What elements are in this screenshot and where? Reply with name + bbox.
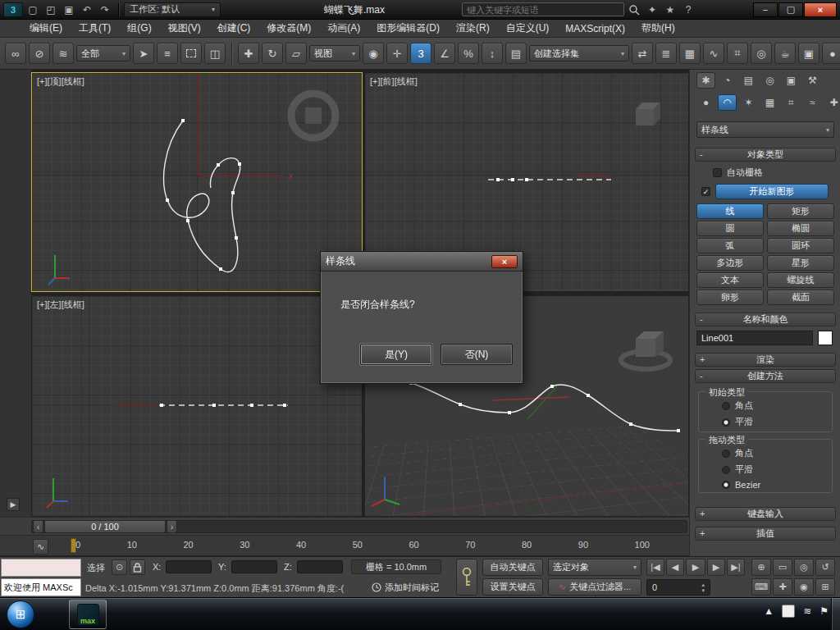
sign-in-icon[interactable]: ✦ bbox=[644, 2, 660, 17]
viewcube[interactable] bbox=[305, 107, 322, 124]
subtab-shapes[interactable]: ◠ bbox=[718, 94, 737, 111]
mirror-icon[interactable]: ⇄ bbox=[632, 43, 653, 64]
button-arc[interactable]: 弧 bbox=[696, 238, 764, 253]
menu-help[interactable]: 帮助(H) bbox=[633, 19, 683, 38]
selected-filter-dropdown[interactable]: 选定对象 ▾ bbox=[548, 559, 641, 576]
subtab-systems[interactable]: ✚ bbox=[824, 94, 840, 111]
auto-key-button[interactable]: 自动关键点 bbox=[482, 559, 543, 576]
start-button[interactable]: ⊞ bbox=[7, 600, 34, 628]
object-name-field[interactable]: Line001 bbox=[696, 331, 813, 345]
show-desktop-button[interactable] bbox=[831, 598, 840, 630]
tab-modify[interactable]: ◔ bbox=[718, 72, 737, 89]
button-ngon[interactable]: 多边形 bbox=[696, 255, 764, 271]
menu-graph-editors[interactable]: 图形编辑器(D) bbox=[368, 19, 448, 38]
previous-frame-arrow[interactable]: ‹ bbox=[33, 520, 43, 533]
save-file-icon[interactable]: ▣ bbox=[61, 2, 77, 17]
menu-rendering[interactable]: 渲染(R) bbox=[448, 19, 498, 38]
undo-icon[interactable]: ↶ bbox=[79, 2, 95, 17]
menu-modifiers[interactable]: 修改器(M) bbox=[258, 19, 319, 38]
rendered-frame-icon[interactable]: ▣ bbox=[798, 43, 819, 64]
spinner-snap-icon[interactable]: ↕ bbox=[482, 43, 503, 64]
pan-icon[interactable]: ✚ bbox=[773, 578, 792, 596]
scale-icon[interactable]: ▱ bbox=[285, 43, 307, 64]
layer-manager-icon[interactable]: ▦ bbox=[679, 43, 701, 64]
rollout-name-color[interactable]: - 名称和颜色 bbox=[695, 313, 836, 326]
select-and-link-icon[interactable]: ∞ bbox=[5, 43, 26, 64]
menu-edit[interactable]: 编辑(E) bbox=[21, 19, 71, 38]
named-selection-sets-dropdown[interactable]: 创建选择集 ▾ bbox=[529, 45, 629, 62]
tray-expand-icon[interactable]: ▲ bbox=[764, 605, 774, 617]
bind-to-spacewarp-icon[interactable]: ≋ bbox=[52, 43, 74, 64]
window-crossing-icon[interactable]: ◫ bbox=[204, 43, 226, 64]
object-color-swatch[interactable] bbox=[818, 331, 833, 345]
zoom-region-icon[interactable]: ▭ bbox=[773, 559, 792, 576]
set-key-button[interactable]: 设置关键点 bbox=[482, 578, 543, 596]
next-frame-arrow[interactable]: › bbox=[167, 520, 177, 533]
button-ellipse[interactable]: 椭圆 bbox=[767, 221, 834, 236]
rollout-rendering[interactable]: + 渲染 bbox=[695, 353, 836, 367]
zoom-icon[interactable]: ⊕ bbox=[751, 559, 771, 576]
start-new-shape-button[interactable]: 开始新图形 bbox=[715, 184, 829, 199]
spinner-icon[interactable]: ▴▾ bbox=[701, 582, 705, 593]
edit-named-selections-icon[interactable]: ▤ bbox=[505, 43, 527, 64]
menu-tools[interactable]: 工具(T) bbox=[71, 19, 119, 38]
rotate-icon[interactable]: ↻ bbox=[262, 43, 283, 64]
percent-snap-icon[interactable]: % bbox=[458, 43, 479, 64]
viewport-left-label[interactable]: [+][左][线框] bbox=[37, 299, 84, 311]
menu-create[interactable]: 创建(C) bbox=[209, 19, 259, 38]
go-to-start-icon[interactable]: |◀ bbox=[646, 559, 664, 576]
language-indicator-icon[interactable] bbox=[782, 605, 795, 618]
maxscript-mini-listener-top[interactable] bbox=[1, 559, 81, 577]
z-coordinate-field[interactable] bbox=[297, 560, 343, 573]
time-slider[interactable]: ‹ 0 / 100 › bbox=[0, 517, 689, 535]
button-line[interactable]: 线 bbox=[696, 203, 764, 219]
start-new-shape-checkbox[interactable]: ✓ bbox=[701, 187, 710, 196]
search-icon[interactable] bbox=[626, 2, 642, 17]
snap-3d-icon[interactable]: 3 bbox=[410, 43, 431, 64]
radio-drag-bezier[interactable]: Bezier bbox=[722, 480, 832, 490]
selection-filter-dropdown[interactable]: 全部 ▾ bbox=[76, 45, 130, 62]
radio-initial-smooth[interactable]: 平滑 bbox=[722, 416, 832, 428]
radio-initial-corner[interactable]: 角点 bbox=[722, 399, 832, 412]
radio-drag-smooth[interactable]: 平滑 bbox=[722, 463, 832, 476]
orbit-icon[interactable]: ↺ bbox=[815, 559, 835, 576]
keyboard-shortcut-icon[interactable]: ⌨ bbox=[751, 578, 771, 596]
menu-maxscript[interactable]: MAXScript(X) bbox=[557, 21, 633, 37]
menu-group[interactable]: 组(G) bbox=[119, 19, 159, 38]
material-editor-icon[interactable]: ◎ bbox=[751, 43, 772, 64]
render-setup-icon[interactable]: ☕ bbox=[774, 43, 796, 64]
viewport-left[interactable]: [+][左][线框] bbox=[31, 295, 363, 517]
curve-editor-icon[interactable]: ∿ bbox=[703, 43, 724, 64]
maximize-button[interactable]: ▢ bbox=[778, 2, 803, 17]
rollout-creation-method[interactable]: - 创建方法 bbox=[695, 369, 836, 383]
search-input[interactable] bbox=[462, 2, 624, 16]
workspace-dropdown[interactable]: 工作区: 默认 ▾ bbox=[124, 2, 221, 17]
dialog-close-icon[interactable]: × bbox=[491, 255, 518, 268]
render-production-icon[interactable]: ● bbox=[822, 43, 840, 64]
viewport-top-label[interactable]: [+][顶][线框] bbox=[37, 75, 84, 88]
next-frame-icon[interactable]: ▶ bbox=[707, 559, 725, 576]
new-file-icon[interactable]: ▢ bbox=[25, 2, 41, 17]
tab-display[interactable]: ▣ bbox=[782, 72, 801, 89]
viewcube[interactable] bbox=[636, 103, 660, 126]
zoom-extents-icon[interactable]: ◎ bbox=[794, 559, 814, 576]
button-circle[interactable]: 圆 bbox=[696, 221, 764, 236]
current-frame-field[interactable]: 0 ▴▾ bbox=[646, 579, 710, 596]
button-egg[interactable]: 卵形 bbox=[696, 290, 764, 305]
subtab-cameras[interactable]: ▦ bbox=[760, 94, 779, 111]
go-to-end-icon[interactable]: ▶| bbox=[727, 559, 745, 576]
dialog-titlebar[interactable]: 样条线 × bbox=[321, 252, 523, 272]
add-time-tag[interactable]: 添加时间标记 bbox=[359, 579, 451, 596]
isolate-selection-icon[interactable]: ⊙ bbox=[112, 559, 127, 575]
shape-category-dropdown[interactable]: 样条线 ▾ bbox=[696, 121, 834, 138]
tab-motion[interactable]: ◎ bbox=[760, 72, 779, 89]
maxscript-mini-listener-bottom[interactable]: 欢迎使用 MAXSc bbox=[1, 578, 81, 596]
tab-utilities[interactable]: ⚒ bbox=[803, 72, 822, 89]
close-button[interactable]: × bbox=[804, 2, 837, 17]
redo-icon[interactable]: ↷ bbox=[97, 2, 113, 17]
subtab-spacewarps[interactable]: ≈ bbox=[803, 94, 822, 111]
viewcube[interactable] bbox=[621, 331, 670, 369]
subtab-geometry[interactable]: ● bbox=[696, 94, 715, 111]
unlink-selection-icon[interactable]: ⊘ bbox=[29, 43, 50, 64]
rectangular-selection-icon[interactable] bbox=[180, 43, 202, 64]
